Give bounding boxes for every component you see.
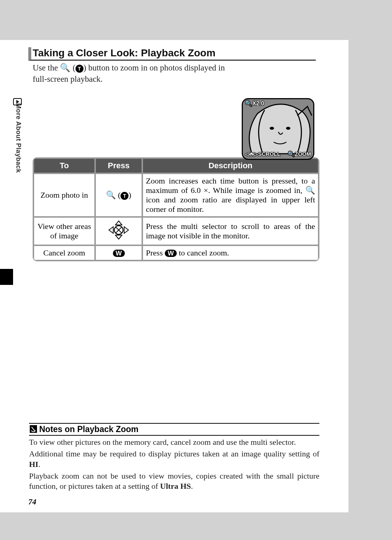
zoom-example-illustration: 🔍X2.0 ◁⬘▷SCROLL 🔍ZOOM [242,98,314,160]
magnify-icon: 🔍 [60,63,70,72]
t-button-icon: T [75,65,83,73]
w-button-icon: W [165,250,177,257]
zoom-hint: 🔍ZOOM [288,151,311,159]
row-desc: Zoom increases each time button is press… [142,173,319,217]
intro-paragraph: Use the 🔍 (T) button to zoom in on photo… [33,62,236,85]
magnify-icon: 🔍 [106,190,116,200]
note-icon [30,425,37,432]
table-row: Zoom photo in 🔍 (T) Zoom increases each … [33,173,319,217]
notes-section: Notes on Playback Zoom To view other pic… [29,423,319,491]
multi-selector-icon [106,220,131,240]
row-press: W [95,245,142,261]
col-press: Press [95,158,142,173]
t-button-icon: T [121,192,128,200]
magnify-icon: 🔍 [245,100,252,106]
row-desc: Press the multi selector to scroll to ar… [142,217,319,245]
row-press: 🔍 (T) [95,173,142,217]
note-paragraph: To view other pictures on the memory car… [29,437,319,447]
svg-point-2 [286,127,290,130]
scroll-hint: ◁⬘▷SCROLL [245,151,281,159]
row-to: View other areas of image [33,217,95,245]
magnify-icon: 🔍 [305,186,315,195]
controls-table: To Press Description Zoom photo in 🔍 (T)… [33,157,319,261]
table-row: View other areas of image Press the mult… [33,217,319,245]
page-number: 74 [28,497,36,507]
svg-point-1 [270,127,274,130]
notes-title: Notes on Playback Zoom [29,423,319,436]
section-title: Taking a Closer Look: Playback Zoom [28,47,316,61]
row-to: Zoom photo in [33,173,95,217]
manual-page: More About Playback Taking a Closer Look… [0,40,348,512]
col-to: To [33,158,95,173]
chapter-side-tab: More About Playback [15,103,22,173]
w-button-icon: W [113,250,125,257]
note-paragraph: Playback zoom can not be used to view mo… [29,471,319,491]
row-desc: Press W to cancel zoom. [142,245,319,261]
thumb-index-marker [0,269,13,285]
note-paragraph: Additional time may be required to displ… [29,449,319,469]
intro-text-pre: Use the [33,63,60,72]
zoom-ratio-overlay: 🔍X2.0 [245,100,264,107]
row-press [95,217,142,245]
row-to: Cancel zoom [33,245,95,261]
table-row: Cancel zoom W Press W to cancel zoom. [33,245,319,261]
